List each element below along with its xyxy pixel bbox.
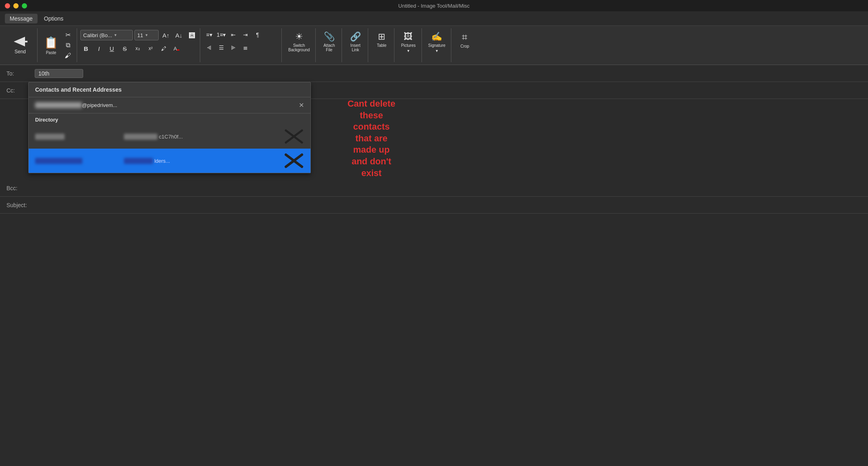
signature-button[interactable]: ✍ Signature ▼ xyxy=(425,30,449,55)
traffic-lights xyxy=(5,3,27,8)
underline-button[interactable]: U xyxy=(106,44,117,53)
attach-file-button[interactable]: 📎 AttachFile xyxy=(319,30,339,54)
menu-bar: Message Options xyxy=(0,11,868,26)
autocomplete-wrapper: Cc: Contacts and Recent Addresses 1●●●●●… xyxy=(0,82,868,99)
autocomplete-section1-header: Contacts and Recent Addresses xyxy=(29,82,310,97)
to-value-text: 10th xyxy=(38,70,49,77)
increase-font-button[interactable]: A↑ xyxy=(160,30,172,40)
align-left-button[interactable]: ⫷ xyxy=(203,43,215,52)
bcc-field: Bcc: xyxy=(0,180,868,197)
pictures-group: 🖼 Pictures ▼ xyxy=(395,28,421,62)
pictures-icon: 🖼 xyxy=(404,31,413,42)
pictures-button[interactable]: 🖼 Pictures ▼ xyxy=(398,30,419,55)
paste-group: 📋 Paste ✂ ⧉ 🖌 xyxy=(38,28,77,62)
send-label: Send xyxy=(15,49,26,55)
increase-indent-button[interactable]: ⇥ xyxy=(240,30,251,40)
crop-icon: ⌗ xyxy=(462,31,468,43)
result2-name: 10●●●●●●● xyxy=(35,134,116,140)
bold-button[interactable]: B xyxy=(80,44,92,53)
result1-name: 1●●●●●●●●@pipe@pipedrivem... xyxy=(35,102,117,108)
align-right-button[interactable]: ⫸ xyxy=(228,43,239,52)
insert-link-label: InsertLink xyxy=(350,43,361,52)
autocomplete-result1[interactable]: 1●●●●●●●●@pipe@pipedrivem... ✕ xyxy=(29,97,310,113)
copy-button[interactable]: ⧉ xyxy=(62,40,73,50)
switch-background-button[interactable]: ☀ SwitchBackground xyxy=(285,30,313,54)
result2-x-mark xyxy=(284,128,304,145)
bcc-label: Bcc: xyxy=(6,185,35,191)
menu-options[interactable]: Options xyxy=(39,14,68,23)
signature-group: ✍ Signature ▼ xyxy=(423,28,452,62)
result3-name: 10●●●●●●●●●lders xyxy=(35,158,116,164)
insert-link-icon: 🔗 xyxy=(350,31,361,42)
switch-background-group: ☀ SwitchBackground xyxy=(283,28,316,62)
attach-file-icon: 📎 xyxy=(324,31,335,42)
maximize-button[interactable] xyxy=(22,3,27,8)
table-label: Table xyxy=(377,43,386,48)
format-painter-button[interactable]: 🖌 xyxy=(62,51,73,61)
table-icon: ⊞ xyxy=(378,31,385,42)
menu-message[interactable]: Message xyxy=(5,14,38,23)
crop-button[interactable]: ⌗ Crop xyxy=(455,30,475,50)
result1-close-button[interactable]: ✕ xyxy=(299,101,304,109)
superscript-button[interactable]: x² xyxy=(145,44,156,53)
insert-link-button[interactable]: 🔗 InsertLink xyxy=(345,30,365,54)
autocomplete-dropdown: Contacts and Recent Addresses 1●●●●●●●●@… xyxy=(28,82,311,173)
to-input-value[interactable]: 10th xyxy=(35,69,83,78)
close-button[interactable] xyxy=(5,3,10,8)
subject-label: Subject: xyxy=(6,202,35,208)
font-group: Calibri (Bo... ▼ 11 ▼ A↑ A↓ 🅰 B I U S x₂… xyxy=(78,28,200,62)
bullets-button[interactable]: ≡▾ xyxy=(203,30,215,40)
switch-background-icon: ☀ xyxy=(295,31,303,42)
font-size-value: 11 xyxy=(137,32,143,38)
italic-button[interactable]: I xyxy=(93,44,105,53)
autocomplete-result3[interactable]: 10●●●●●●●●●lders 10thM●●●● lders... xyxy=(29,149,310,173)
pictures-dropdown-arrow: ▼ xyxy=(407,49,410,53)
signature-dropdown-arrow: ▼ xyxy=(435,49,438,53)
to-field: To: 10th xyxy=(0,65,868,82)
paragraph-mark-button[interactable]: ¶ xyxy=(252,30,263,40)
paste-icon: 📋 xyxy=(44,36,58,49)
signature-label: Signature xyxy=(428,43,446,48)
table-group: ⊞ Table xyxy=(369,28,394,62)
crop-group: ⌗ Crop xyxy=(452,28,477,62)
attach-file-group: 📎 AttachFile xyxy=(317,28,342,62)
table-button[interactable]: ⊞ Table xyxy=(371,30,392,49)
font-name-value: Calibri (Bo... xyxy=(83,32,112,38)
paste-button[interactable]: 📋 Paste xyxy=(42,34,61,57)
main-content: To: 10th Cc: Contacts and Recent Address… xyxy=(0,65,868,388)
ribbon: Send 📋 Paste ✂ ⧉ 🖌 Calibri (Bo... ▼ 11 ▼… xyxy=(0,26,868,65)
font-name-arrow: ▼ xyxy=(114,33,117,37)
window-title: Untitled - Image Tool/Mail/Misc xyxy=(398,3,470,9)
strikethrough-button[interactable]: S xyxy=(119,44,130,53)
font-name-selector[interactable]: Calibri (Bo... ▼ xyxy=(80,30,133,40)
align-center-button[interactable]: ☰ xyxy=(216,43,227,52)
pictures-label: Pictures xyxy=(401,43,415,48)
result2-email: Gee0●●●●●● c1C7h0f... xyxy=(124,134,183,140)
font-color-button[interactable]: A▂ xyxy=(171,44,182,53)
font-size-arrow: ▼ xyxy=(145,33,148,37)
clear-format-button[interactable]: 🅰 xyxy=(186,30,197,40)
to-label: To: xyxy=(6,70,35,77)
numbering-button[interactable]: 1≡▾ xyxy=(216,30,227,40)
attach-file-label: AttachFile xyxy=(323,43,335,52)
subject-field: Subject: xyxy=(0,197,868,214)
cut-button[interactable]: ✂ xyxy=(62,30,73,40)
subscript-button[interactable]: x₂ xyxy=(132,44,143,53)
highlight-button[interactable]: 🖍 xyxy=(158,44,169,53)
paragraph-group: ≡▾ 1≡▾ ⇤ ⇥ ¶ ⫷ ☰ ⫸ ≣ xyxy=(201,28,282,62)
font-size-selector[interactable]: 11 ▼ xyxy=(134,30,159,40)
autocomplete-result2[interactable]: 10●●●●●●● Gee0●●●●●● c1C7h0f... xyxy=(29,124,310,149)
send-button[interactable]: Send xyxy=(8,33,32,58)
minimize-button[interactable] xyxy=(13,3,19,8)
decrease-indent-button[interactable]: ⇤ xyxy=(228,30,239,40)
signature-icon: ✍ xyxy=(431,31,442,42)
align-justify-button[interactable]: ≣ xyxy=(240,43,251,52)
send-group: Send xyxy=(3,28,38,62)
decrease-font-button[interactable]: A↓ xyxy=(173,30,185,40)
switch-background-label: SwitchBackground xyxy=(288,43,310,52)
send-icon xyxy=(13,36,27,47)
result3-email: 10thM●●●● lders... xyxy=(124,158,170,164)
paste-label: Paste xyxy=(46,50,57,55)
autocomplete-section2-header: Directory xyxy=(29,113,310,124)
title-bar: Untitled - Image Tool/Mail/Misc xyxy=(0,0,868,11)
